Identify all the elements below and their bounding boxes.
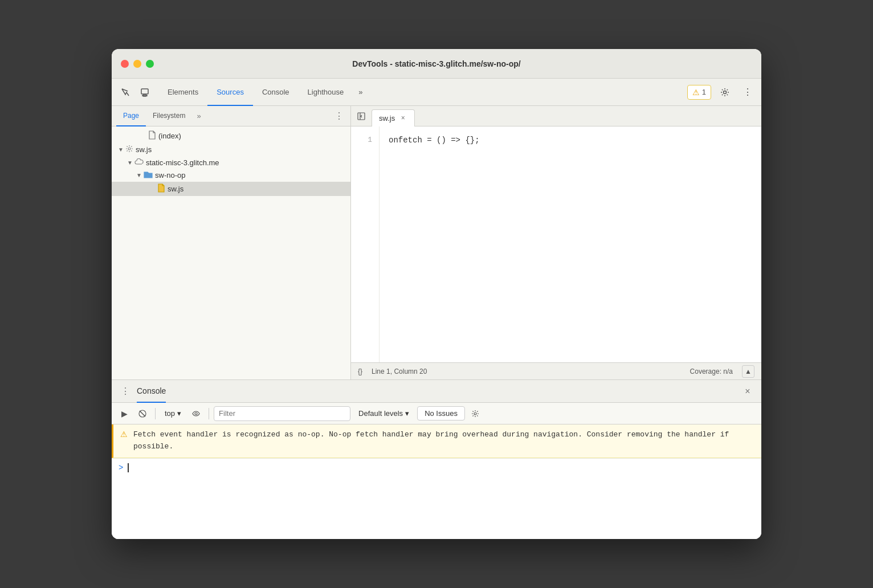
issues-button[interactable]: No Issues [417,406,465,420]
editor-tab-swjs[interactable]: sw.js × [372,109,415,126]
console-prompt: > [119,463,123,472]
tab-lighthouse[interactable]: Lighthouse [299,79,353,106]
panel-menu-icon[interactable]: ⋮ [332,109,346,123]
window-controls [121,60,154,68]
svg-rect-0 [141,89,148,94]
code-content[interactable]: onfetch = () => {}; [380,126,761,362]
inspect-icon[interactable] [116,83,134,101]
bottom-panel: ⋮ Console × ▶ top ▾ [112,379,761,539]
svg-line-8 [140,411,145,416]
tree-arrow: ▼ [116,146,125,153]
line-numbers: 1 [351,126,380,362]
nav-right-controls: ⚠ 1 ⋮ [687,83,757,101]
devtools-main: Page Filesystem » ⋮ [112,106,761,379]
tree-item-swjs-file[interactable]: sw.js [112,182,350,196]
folder-icon [144,170,153,180]
warning-badge[interactable]: ⚠ 1 [687,85,711,100]
warning-text: Fetch event handler is recognized as no-… [133,429,754,453]
device-icon[interactable] [136,83,154,101]
close-button[interactable] [121,60,129,68]
tree-item-index[interactable]: (index) [112,129,350,143]
editor-sidebar-toggle[interactable] [353,108,369,124]
warning-icon: ⚠ [692,88,700,97]
levels-dropdown[interactable]: Default levels ▾ [353,407,415,420]
code-area: 1 onfetch = () => {}; [351,126,761,362]
minimize-button[interactable] [133,60,141,68]
devtools-nav: Elements Sources Console Lighthouse » ⚠ … [112,79,761,106]
console-settings-icon[interactable] [467,406,483,422]
panel-tabs: Page Filesystem » ⋮ [112,106,350,126]
toolbar-separator [155,408,156,419]
status-right: Coverage: n/a ▲ [690,365,754,378]
run-script-button[interactable]: ▶ [116,406,132,422]
tab-elements[interactable]: Elements [158,79,207,106]
eye-icon[interactable] [188,406,204,422]
left-panel: Page Filesystem » ⋮ [112,106,351,379]
more-menu-icon[interactable]: ⋮ [739,83,757,101]
console-toolbar: ▶ top ▾ Default levels [112,403,761,424]
nav-icon-group [116,83,154,101]
window-title: DevTools - static-misc-3.glitch.me/sw-no… [352,59,520,68]
editor-tabs: sw.js × [351,106,761,126]
settings-icon[interactable] [716,83,734,101]
warning-message: ⚠ Fetch event handler is recognized as n… [112,424,761,458]
console-close-button[interactable]: × [741,385,754,398]
svg-point-4 [128,148,130,150]
right-panel: sw.js × 1 onfetch = () => {}; {} Line 1,… [351,106,761,379]
nav-more-tabs[interactable]: » [353,79,368,106]
maximize-button[interactable] [146,60,154,68]
svg-point-9 [195,413,197,415]
tab-filesystem[interactable]: Filesystem [146,106,192,126]
format-button[interactable]: {} [358,368,362,375]
console-title: Console [137,380,166,403]
editor-status: {} Line 1, Column 20 Coverage: n/a ▲ [351,362,761,379]
tab-sources[interactable]: Sources [207,79,253,106]
filter-input[interactable] [214,406,350,421]
cloud-icon [134,158,144,167]
scroll-to-top-button[interactable]: ▲ [742,365,754,378]
tree-item-swjs-root[interactable]: ▼ sw.js [112,143,350,156]
gear-icon [125,145,133,154]
js-file-icon [157,183,165,194]
context-selector[interactable]: top ▾ [160,407,186,420]
devtools-window: DevTools - static-misc-3.glitch.me/sw-no… [112,49,761,539]
tree-item-domain[interactable]: ▼ static-misc-3.glitch.me [112,156,350,169]
svg-point-3 [724,91,727,93]
svg-point-10 [474,413,476,415]
doc-icon [148,130,156,141]
svg-rect-5 [358,113,365,120]
toolbar-separator-2 [209,408,209,419]
console-content: ⚠ Fetch event handler is recognized as n… [112,424,761,539]
tree-arrow: ▼ [125,160,134,166]
tab-page[interactable]: Page [116,106,146,126]
cursor-position: Line 1, Column 20 [372,368,427,375]
editor-tab-close[interactable]: × [398,113,407,122]
tree-item-swnoopfolder[interactable]: ▼ sw-no-op [112,169,350,182]
title-bar: DevTools - static-misc-3.glitch.me/sw-no… [112,49,761,79]
console-header: ⋮ Console × [112,380,761,403]
console-cursor [128,463,129,472]
console-menu-icon[interactable]: ⋮ [119,385,132,398]
coverage-status: Coverage: n/a [690,368,733,375]
line-number-1: 1 [351,133,379,146]
console-input-row: > [112,458,761,477]
tab-console[interactable]: Console [253,79,299,106]
tree-arrow: ▼ [134,172,144,178]
file-tree: (index) ▼ sw.js [112,126,350,379]
warn-triangle-icon: ⚠ [120,430,128,439]
panel-tab-more[interactable]: » [192,109,205,122]
clear-console-button[interactable] [134,406,150,422]
